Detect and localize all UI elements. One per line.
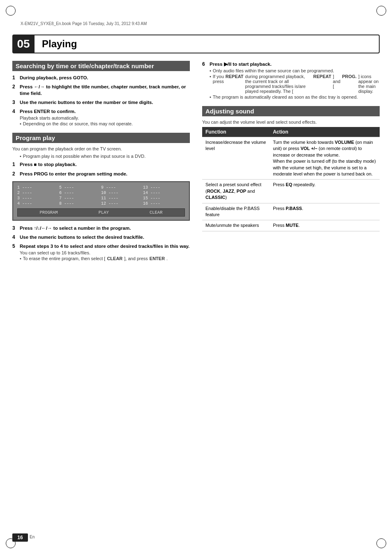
step-2-search: 2 Press ←/→ to highlight the title numbe… bbox=[12, 83, 190, 97]
adjusting-intro: You can adjust the volume level and sele… bbox=[202, 120, 380, 125]
step-text-6: Press ▶/II to start playback. bbox=[210, 61, 272, 67]
section-adjusting-header: Adjusting sound bbox=[202, 106, 380, 116]
step-num-3: 3 bbox=[12, 99, 18, 105]
step-num-4: 4 bbox=[12, 108, 18, 114]
cell-3-2: 7 ---- bbox=[59, 196, 101, 201]
cell-4-4: 16 ---- bbox=[143, 201, 185, 206]
step-p2: 2 Press PROG to enter the program settin… bbox=[12, 171, 190, 177]
step-text-p3: Press ↑/↓/←/→ to select a number in the … bbox=[20, 225, 131, 231]
step-p1: 1 Press ■ to stop playback. bbox=[12, 161, 190, 168]
table-act-4: Press MUTE. bbox=[270, 220, 380, 231]
program-screen: 1 ---- 5 ---- 9 ---- 13 ---- 2 ---- 6 --… bbox=[12, 181, 190, 221]
step6-bullet1: Only audio files within the same source … bbox=[210, 68, 380, 73]
step-num-p1: 1 bbox=[12, 162, 18, 167]
table-row: Mute/unmute the speakers Press MUTE. bbox=[202, 220, 380, 231]
cell-1-1: 1 ---- bbox=[17, 185, 59, 190]
step-p4: 4 Use the numeric buttons to select the … bbox=[12, 234, 190, 240]
step-3-search: 3 Use the numeric buttons to enter the n… bbox=[12, 99, 190, 106]
table-fn-2: Select a preset sound effect (ROCK, JAZZ… bbox=[202, 180, 270, 203]
screen-clear: CLEAR bbox=[150, 210, 163, 215]
program-intro: You can program the playback order on th… bbox=[12, 146, 190, 151]
step-num-6: 6 bbox=[202, 61, 208, 67]
step-p5-sub: You can select up to 16 tracks/files. bbox=[20, 250, 190, 255]
step-p5-bullet: To erase the entire program, then select… bbox=[20, 256, 190, 261]
chapter-title-box: Playing bbox=[35, 35, 380, 53]
right-column: 6 Press ▶/II to start playback. Only aud… bbox=[202, 61, 380, 529]
step-p3: 3 Press ↑/↓/←/→ to select a number in th… bbox=[12, 225, 190, 231]
step-4-bullet: Depending on the disc or source, this ma… bbox=[20, 121, 190, 126]
cell-3-1: 3 ---- bbox=[17, 196, 59, 201]
section-searching-header: Searching by time or title/chapter/track… bbox=[12, 61, 190, 71]
table-fn-1: Increase/decrease the volume level bbox=[202, 137, 270, 180]
step-num-2: 2 bbox=[12, 84, 18, 90]
cell-2-3: 10 ---- bbox=[101, 191, 143, 195]
step-num-p4: 4 bbox=[12, 234, 18, 240]
step-text-p4: Use the numeric buttons to select the de… bbox=[20, 234, 144, 240]
table-fn-4: Mute/unmute the speakers bbox=[202, 220, 270, 231]
page-number: 16 bbox=[12, 533, 28, 542]
chapter-title: Playing bbox=[42, 38, 77, 50]
section-program-header: Program play bbox=[12, 133, 190, 143]
table-act-2: Press EQ repeatedly. bbox=[270, 180, 380, 203]
left-column: Searching by time or title/chapter/track… bbox=[12, 61, 190, 529]
step6-bullet2: If you press REPEAT during programmed pl… bbox=[210, 74, 380, 94]
cell-4-1: 4 ---- bbox=[17, 201, 59, 206]
content-area: Searching by time or title/chapter/track… bbox=[12, 61, 380, 529]
screen-program: PROGRAM bbox=[40, 210, 58, 215]
screen-play: PLAY bbox=[99, 210, 109, 215]
step-1-search: 1 During playback, press GOTO. bbox=[12, 74, 190, 81]
step-text-p2: Press PROG to enter the program setting … bbox=[20, 171, 127, 177]
chapter-number: 05 bbox=[12, 35, 35, 53]
section-program: Program play You can program the playbac… bbox=[12, 133, 190, 261]
corner-mark-br bbox=[376, 538, 386, 548]
cell-2-4: 14 ---- bbox=[143, 191, 185, 195]
cell-3-3: 11 ---- bbox=[101, 196, 143, 201]
chapter-header: 05 Playing bbox=[12, 35, 380, 53]
cell-4-3: 12 ---- bbox=[101, 201, 143, 206]
step-p5: 5 Repeat steps 3 to 4 to select and stor… bbox=[12, 243, 190, 261]
section-adjusting: Adjusting sound You can adjust the volum… bbox=[202, 106, 380, 231]
step-num-p3: 3 bbox=[12, 225, 18, 231]
table-header-function: Function bbox=[202, 127, 270, 137]
step-text-1: During playback, press GOTO. bbox=[20, 74, 88, 81]
cell-3-4: 15 ---- bbox=[143, 196, 185, 201]
table-header-action: Action bbox=[270, 127, 380, 137]
cell-1-3: 9 ---- bbox=[101, 185, 143, 190]
cell-4-2: 8 ---- bbox=[59, 201, 101, 206]
step-text-3: Use the numeric buttons to enter the num… bbox=[20, 99, 153, 106]
cell-2-1: 2 ---- bbox=[17, 191, 59, 195]
table-row: Enable/disable the P.BASS feature Press … bbox=[202, 203, 380, 220]
cell-2-2: 6 ---- bbox=[59, 191, 101, 195]
table-act-3: Press P.BASS. bbox=[270, 203, 380, 220]
step6-bullet3: The program is automatically cleared as … bbox=[210, 95, 380, 99]
screen-bottom: PROGRAM PLAY CLEAR bbox=[17, 208, 185, 217]
cell-1-2: 5 ---- bbox=[59, 185, 101, 190]
table-row: Increase/decrease the volume level Turn … bbox=[202, 137, 380, 180]
step-6: 6 Press ▶/II to start playback. Only aud… bbox=[202, 61, 380, 99]
section-step6: 6 Press ▶/II to start playback. Only aud… bbox=[202, 61, 380, 99]
program-intro-bullet: Program play is not possible when the in… bbox=[20, 154, 190, 159]
corner-mark-tr bbox=[376, 6, 386, 16]
step-text-4: Press ENTER to confirm. bbox=[20, 108, 76, 115]
page-lang: En bbox=[30, 535, 35, 539]
corner-mark-tl bbox=[6, 6, 16, 16]
step-num-p5: 5 bbox=[12, 243, 18, 249]
table-row: Select a preset sound effect (ROCK, JAZZ… bbox=[202, 180, 380, 203]
step-num-p2: 2 bbox=[12, 171, 18, 177]
section-searching: Searching by time or title/chapter/track… bbox=[12, 61, 190, 126]
step-text-p1: Press ■ to stop playback. bbox=[20, 161, 77, 168]
step-4-search: 4 Press ENTER to confirm. Playback start… bbox=[12, 108, 190, 126]
step-text-2: Press ←/→ to highlight the title number,… bbox=[20, 83, 190, 97]
sound-table: Function Action Increase/decrease the vo… bbox=[202, 127, 380, 231]
step-4-sub: Playback starts automatically. bbox=[20, 115, 190, 120]
step-num-1: 1 bbox=[12, 75, 18, 81]
file-info: X-EM21V_SYXE8_En.book Page 16 Tuesday, J… bbox=[21, 21, 147, 26]
screen-grid: 1 ---- 5 ---- 9 ---- 13 ---- 2 ---- 6 --… bbox=[17, 185, 185, 206]
step-text-p5: Repeat steps 3 to 4 to select and store … bbox=[20, 243, 189, 249]
table-fn-3: Enable/disable the P.BASS feature bbox=[202, 203, 270, 220]
cell-1-4: 13 ---- bbox=[143, 185, 185, 190]
table-act-1: Turn the volume knob towards VOLUME (on … bbox=[270, 137, 380, 180]
